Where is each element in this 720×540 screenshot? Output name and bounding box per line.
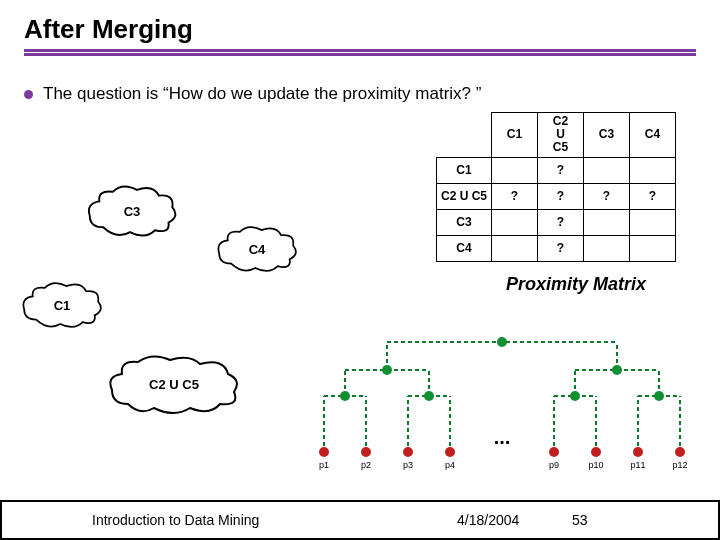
matrix-caption: Proximity Matrix xyxy=(506,274,646,295)
cluster-cloud-c3: C3 xyxy=(84,184,180,238)
page-title: After Merging xyxy=(24,14,696,45)
svg-point-2 xyxy=(403,447,413,457)
bullet-icon xyxy=(24,90,33,99)
svg-point-35 xyxy=(497,337,507,347)
svg-point-29 xyxy=(340,391,350,401)
svg-text:p1: p1 xyxy=(319,460,329,470)
matrix-row-header: C4 xyxy=(436,235,491,261)
dendrogram-ellipsis: ... xyxy=(494,426,511,448)
svg-point-33 xyxy=(382,365,392,375)
matrix-col-header: C3 xyxy=(584,113,630,158)
svg-text:p9: p9 xyxy=(549,460,559,470)
matrix-cell xyxy=(630,209,676,235)
svg-point-31 xyxy=(570,391,580,401)
svg-point-5 xyxy=(591,447,601,457)
cluster-cloud-c2uc5: C2 U C5 xyxy=(104,354,244,414)
svg-point-34 xyxy=(612,365,622,375)
matrix-cell: ? xyxy=(492,183,538,209)
matrix-cell xyxy=(630,235,676,261)
cluster-cloud-c4: C4 xyxy=(214,224,300,274)
svg-point-0 xyxy=(319,447,329,457)
svg-point-32 xyxy=(654,391,664,401)
bullet-text: The question is “How do we update the pr… xyxy=(43,84,481,104)
proximity-matrix-table: C1 C2 U C5 C3 C4 C1 ? C2 U C5 ? ? ? ? C3 xyxy=(436,112,676,262)
matrix-row-header: C2 U C5 xyxy=(436,183,491,209)
divider-bottom xyxy=(24,53,696,56)
cluster-label-c2uc5: C2 U C5 xyxy=(149,377,199,392)
svg-text:p10: p10 xyxy=(588,460,603,470)
matrix-cell xyxy=(584,157,630,183)
matrix-cell xyxy=(630,157,676,183)
slide-footer: Introduction to Data Mining 4/18/2004 53 xyxy=(0,500,720,540)
matrix-col-header: C2 U C5 xyxy=(538,113,584,158)
matrix-col-header: C1 xyxy=(492,113,538,158)
svg-point-30 xyxy=(424,391,434,401)
cluster-cloud-c1: C1 xyxy=(19,279,105,331)
svg-text:p4: p4 xyxy=(445,460,455,470)
matrix-row-header: C1 xyxy=(436,157,491,183)
matrix-cell xyxy=(584,235,630,261)
matrix-cell: ? xyxy=(538,209,584,235)
matrix-cell: ? xyxy=(584,183,630,209)
matrix-cell: ? xyxy=(538,157,584,183)
cluster-label-c4: C4 xyxy=(249,242,266,257)
matrix-cell: ? xyxy=(538,235,584,261)
divider-top xyxy=(24,49,696,52)
matrix-cell xyxy=(492,209,538,235)
matrix-cell xyxy=(492,157,538,183)
svg-point-4 xyxy=(549,447,559,457)
matrix-col-header: C4 xyxy=(630,113,676,158)
svg-point-3 xyxy=(445,447,455,457)
dendrogram: ... p1 p2 p3 p4 p9 p10 p11 p12 xyxy=(294,324,714,474)
svg-point-6 xyxy=(633,447,643,457)
cluster-label-c3: C3 xyxy=(124,204,141,219)
svg-text:p12: p12 xyxy=(672,460,687,470)
footer-left: Introduction to Data Mining xyxy=(92,512,259,528)
svg-text:p3: p3 xyxy=(403,460,413,470)
cluster-label-c1: C1 xyxy=(54,298,71,313)
matrix-cell xyxy=(584,209,630,235)
footer-date: 4/18/2004 xyxy=(457,512,519,528)
footer-page-number: 53 xyxy=(572,512,588,528)
svg-point-1 xyxy=(361,447,371,457)
matrix-cell: ? xyxy=(538,183,584,209)
matrix-cell: ? xyxy=(630,183,676,209)
svg-text:p2: p2 xyxy=(361,460,371,470)
svg-text:p11: p11 xyxy=(630,460,645,470)
svg-point-7 xyxy=(675,447,685,457)
bullet-line: The question is “How do we update the pr… xyxy=(24,84,696,104)
matrix-cell xyxy=(492,235,538,261)
matrix-row-header: C3 xyxy=(436,209,491,235)
